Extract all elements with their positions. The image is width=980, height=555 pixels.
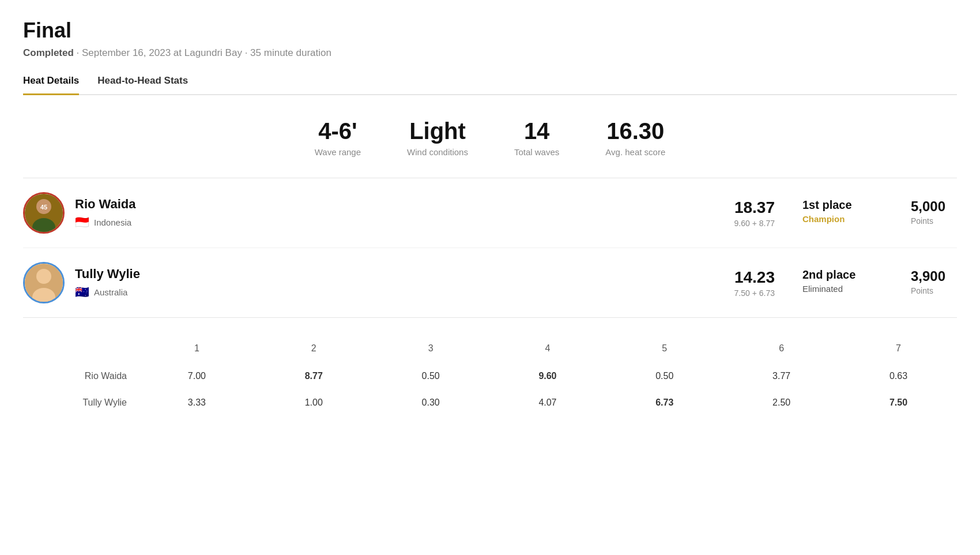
wave-scores-section: 1 2 3 4 5 6 7 Rio Waida 7.00 8.77 0.50 9… [23, 318, 957, 437]
stats-row: 4-6' Wave range Light Wind conditions 14… [23, 95, 957, 178]
placement-rio-waida: 1st place Champion [802, 198, 883, 224]
wave-score-rio-w2: 8.77 [255, 363, 372, 389]
wave-col-1: 1 [138, 339, 255, 363]
avatar-tully-wylie [23, 262, 65, 303]
athlete-scores-rio-waida: 18.37 9.60 + 8.77 1st place Champion 5,0… [734, 198, 957, 228]
wave-score-tully-w7: 7.50 [840, 389, 957, 416]
wave-col-3: 3 [372, 339, 489, 363]
wave-row-name-tully-wylie: Tully Wylie [23, 389, 138, 416]
wave-score-rio-w3: 0.50 [372, 363, 489, 389]
wave-score-tully-w6: 2.50 [723, 389, 840, 416]
wave-score-tully-w3: 0.30 [372, 389, 489, 416]
wave-score-rio-w4: 9.60 [489, 363, 606, 389]
athlete-country-tully-wylie: 🇦🇺 Australia [75, 285, 734, 299]
wave-row-name-rio-waida: Rio Waida [23, 363, 138, 389]
flag-australia: 🇦🇺 [75, 285, 89, 299]
svg-text:45: 45 [40, 204, 47, 211]
tab-bar: Heat Details Head-to-Head Stats [23, 75, 957, 95]
wave-col-7: 7 [840, 339, 957, 363]
athlete-row-rio-waida: 45 Rio Waida 🇮🇩 Indonesia 18.37 9.60 + 8… [23, 178, 957, 248]
wave-score-rio-w5: 0.50 [606, 363, 723, 389]
stat-avg-heat-score: 16.30 Avg. heat score [605, 118, 665, 157]
wave-score-tully-w5: 6.73 [606, 389, 723, 416]
event-date: September 16, 2023 [82, 47, 171, 58]
wave-col-6: 6 [723, 339, 840, 363]
tab-heat-details[interactable]: Heat Details [23, 75, 79, 95]
flag-indonesia: 🇮🇩 [75, 215, 89, 229]
wave-col-4: 4 [489, 339, 606, 363]
wave-score-tully-w4: 4.07 [489, 389, 606, 416]
wave-row-rio-waida: Rio Waida 7.00 8.77 0.50 9.60 0.50 3.77 … [23, 363, 957, 389]
score-main-rio-waida: 18.37 9.60 + 8.77 [734, 198, 775, 228]
wave-score-tully-w2: 1.00 [255, 389, 372, 416]
event-location: Lagundri Bay [184, 47, 242, 58]
wave-score-rio-w1: 7.00 [138, 363, 255, 389]
score-main-tully-wylie: 14.23 7.50 + 6.73 [734, 268, 775, 298]
athlete-section: 45 Rio Waida 🇮🇩 Indonesia 18.37 9.60 + 8… [23, 178, 957, 318]
wave-row-tully-wylie: Tully Wylie 3.33 1.00 0.30 4.07 6.73 2.5… [23, 389, 957, 416]
athlete-scores-tully-wylie: 14.23 7.50 + 6.73 2nd place Eliminated 3… [734, 268, 957, 298]
page-subtitle: Completed · September 16, 2023 at Lagund… [23, 47, 957, 59]
athlete-country-rio-waida: 🇮🇩 Indonesia [75, 215, 734, 229]
placement-tully-wylie: 2nd place Eliminated [802, 268, 883, 294]
wave-header-row: 1 2 3 4 5 6 7 [23, 339, 957, 363]
wave-header-empty [23, 339, 138, 363]
wave-col-2: 2 [255, 339, 372, 363]
points-rio-waida: 5,000 Points [911, 198, 957, 226]
stat-wave-range: 4-6' Wave range [315, 118, 361, 157]
athlete-info-rio-waida: Rio Waida 🇮🇩 Indonesia [75, 197, 734, 229]
stat-wind-conditions: Light Wind conditions [407, 118, 468, 157]
athlete-info-tully-wylie: Tully Wylie 🇦🇺 Australia [75, 267, 734, 299]
svg-point-5 [36, 269, 51, 284]
points-tully-wylie: 3,900 Points [911, 268, 957, 295]
avatar-rio-waida: 45 [23, 192, 65, 234]
stat-total-waves: 14 Total waves [514, 118, 559, 157]
athlete-row-tully-wylie: Tully Wylie 🇦🇺 Australia 14.23 7.50 + 6.… [23, 248, 957, 317]
wave-score-tully-w1: 3.33 [138, 389, 255, 416]
wave-score-rio-w7: 0.63 [840, 363, 957, 389]
status-badge: Completed [23, 47, 74, 58]
wave-col-5: 5 [606, 339, 723, 363]
wave-scores-table: 1 2 3 4 5 6 7 Rio Waida 7.00 8.77 0.50 9… [23, 339, 957, 416]
event-duration: 35 minute duration [250, 47, 331, 58]
page-title: Final [23, 18, 957, 43]
tab-head-to-head[interactable]: Head-to-Head Stats [97, 75, 188, 95]
wave-score-rio-w6: 3.77 [723, 363, 840, 389]
